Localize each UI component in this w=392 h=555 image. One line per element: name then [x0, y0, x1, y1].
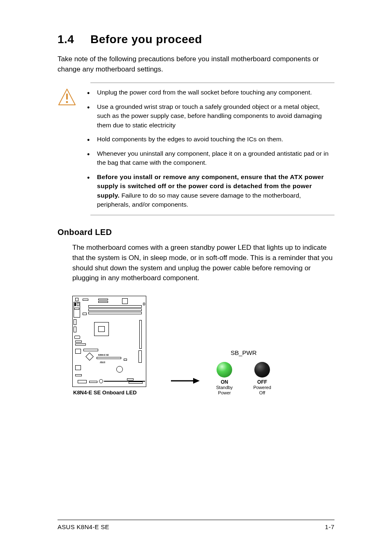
intro-paragraph: Take note of the following precautions b… — [58, 54, 334, 74]
led-on-item: ON Standby Power — [216, 362, 233, 396]
led-on-sub2: Power — [218, 390, 231, 396]
led-off-label: OFF — [257, 379, 267, 385]
led-header-label: SB_PWR — [231, 349, 256, 356]
diagram-caption: K8N4-E SE Onboard LED — [72, 389, 154, 396]
bullet-text: Hold components by the edges to avoid to… — [97, 136, 283, 143]
svg-point-2 — [66, 101, 68, 103]
bullet-item: Before you install or remove any compone… — [85, 173, 334, 210]
motherboard-outline: K8N4-E SE /ISUS — [72, 296, 146, 387]
bullet-text: Use a grounded wrist strap or touch a sa… — [97, 103, 322, 129]
arrow-icon — [171, 378, 200, 384]
led-off-sub2: Off — [259, 390, 265, 396]
led-on-icon — [217, 362, 232, 378]
warning-list: Unplug the power cord from the wall sock… — [85, 88, 334, 209]
bullet-item: Whenever you uninstall any component, pl… — [85, 149, 334, 168]
subheading-onboard-led: Onboard LED — [58, 228, 334, 237]
bullet-text: Unplug the power cord from the wall sock… — [97, 89, 312, 96]
footer-page-number: 1-7 — [325, 523, 334, 530]
diagram-row: K8N4-E SE /ISUS K8N4-E SE Onboard LED — [72, 296, 334, 396]
section-number: 1.4 — [58, 33, 90, 46]
onboard-led-paragraph: The motherboard comes with a green stand… — [72, 243, 334, 283]
led-off-sub1: Powered — [253, 385, 271, 390]
board-model-label: K8N4-E SE — [98, 354, 109, 356]
led-on-sub1: Standby — [216, 385, 233, 390]
motherboard-diagram: K8N4-E SE /ISUS K8N4-E SE Onboard LED — [72, 296, 154, 396]
led-off-icon — [254, 362, 270, 378]
bullet-item: Hold components by the edges to avoid to… — [85, 135, 334, 144]
bullet-text: Whenever you uninstall any component, pl… — [97, 150, 329, 166]
bullet-rest: Failure to do so may cause severe damage… — [97, 192, 301, 208]
section-heading: 1.4Before you proceed — [58, 33, 334, 46]
led-off-item: OFF Powered Off — [253, 362, 271, 396]
svg-rect-1 — [66, 94, 68, 100]
warning-block: Unplug the power cord from the wall sock… — [90, 83, 334, 215]
bullet-item: Unplug the power cord from the wall sock… — [85, 88, 334, 97]
led-on-label: ON — [221, 379, 228, 385]
page-footer: ASUS K8N4-E SE 1-7 — [58, 520, 334, 530]
section-title-text: Before you proceed — [90, 33, 202, 46]
bullet-item: Use a grounded wrist strap or touch a sa… — [85, 102, 334, 130]
footer-product: ASUS K8N4-E SE — [58, 523, 109, 530]
led-legend: SB_PWR ON Standby Power OFF Powered Off — [216, 349, 271, 396]
warning-icon — [58, 88, 76, 209]
svg-marker-4 — [193, 378, 200, 384]
